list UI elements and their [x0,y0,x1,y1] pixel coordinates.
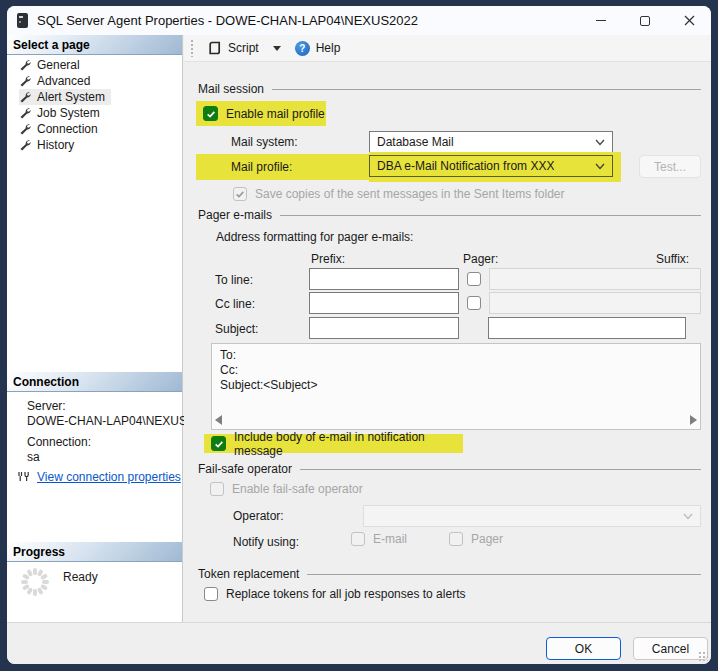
view-connection-properties[interactable]: View connection properties [16,469,187,485]
wrench-icon [19,123,31,135]
close-icon [684,15,695,26]
checkmark-icon [206,109,216,119]
script-icon [208,41,222,55]
to-pager-checkbox[interactable] [467,272,481,286]
preview-to-line: To: [220,348,692,363]
checkmark-icon [214,439,224,449]
mail-system-label: Mail system: [231,135,298,149]
mail-session-header: Mail session [198,82,264,96]
enable-failsafe-row: Enable fail-safe operator [210,481,363,497]
sidebar-item-job-system[interactable]: Job System [19,105,106,121]
mail-profile-combo[interactable]: DBA e-Mail Notification from XXX [369,155,613,177]
pager-preview-box: To: Cc: Subject:<Subject> [211,343,701,430]
mail-system-combo[interactable]: Database Mail [369,131,613,153]
connection-label: Connection: [27,435,91,449]
wrench-icon [19,107,31,119]
pager-emails-header: Pager e-mails [198,208,272,222]
operator-label: Operator: [233,509,284,523]
close-button[interactable] [667,6,711,35]
mail-profile-label: Mail profile: [231,160,292,174]
notify-pager-label: Pager [471,532,503,546]
sidebar-item-label: Advanced [37,74,90,88]
maximize-button[interactable] [623,6,667,35]
sidebar-item-alert-system[interactable]: Alert System [19,89,111,105]
wrench-icon [19,59,31,71]
script-label: Script [228,41,259,55]
help-icon: ? [295,41,310,56]
resize-grip-icon[interactable] [698,651,708,661]
script-dropdown-caret-icon[interactable] [273,46,281,51]
view-connection-properties-link[interactable]: View connection properties [37,470,181,484]
notify-email-label: E-mail [373,532,407,546]
select-a-page-header: Select a page [7,35,182,55]
connection-header: Connection [7,372,182,392]
minimize-icon [596,20,606,21]
subject-right-input[interactable] [488,317,686,339]
suffix-column-header: Suffix: [656,252,689,266]
scroll-right-icon[interactable] [690,415,697,425]
include-body-label: Include body of e-mail in notification m… [234,430,463,458]
failsafe-group: Fail-safe operator [198,462,701,476]
script-button[interactable]: Script [204,39,263,57]
mail-profile-value: DBA e-Mail Notification from XXX [377,159,554,173]
sidebar-item-label: Job System [37,106,100,120]
main-panel: Mail session Enable mail profile Mail sy… [184,62,707,622]
sidebar-item-connection[interactable]: Connection [19,121,104,137]
progress-header: Progress [7,542,182,562]
address-formatting-label: Address formatting for pager e-mails: [216,230,413,244]
mail-profile-label-row: Mail profile: [196,154,369,180]
toolbar-grip[interactable] [190,39,194,57]
wrench-icon [19,139,31,151]
ok-button[interactable]: OK [546,637,621,660]
progress-status: Ready [63,570,98,584]
minimize-button[interactable] [579,6,623,35]
preview-hscrollbar[interactable] [215,413,697,427]
enable-mail-profile-label: Enable mail profile [226,107,325,121]
to-suffix-input [489,268,701,290]
operator-combo [363,505,701,527]
include-body-row: Include body of e-mail in notification m… [204,434,463,453]
connection-properties-icon [16,470,30,484]
chevron-down-icon [683,513,693,520]
save-copies-row: Save copies of the sent messages in the … [233,186,565,202]
server-value: DOWE-CHAN-LAP04\NEXUS202 [27,414,207,428]
sidebar-item-general[interactable]: General [19,57,86,73]
connection-value: sa [27,450,40,464]
sidebar-item-history[interactable]: History [19,137,80,153]
replace-tokens-checkbox[interactable] [204,587,218,601]
scroll-left-icon[interactable] [215,415,222,425]
cc-suffix-input [489,292,701,314]
sidebar-item-label: General [37,58,80,72]
dialog-window: SQL Server Agent Properties - DOWE-CHAN-… [7,6,711,664]
pager-emails-group: Pager e-mails [198,208,701,222]
cc-pager-checkbox[interactable] [467,296,481,310]
subject-left-input[interactable] [309,317,459,339]
cancel-button[interactable]: Cancel [633,637,708,660]
sidebar-item-advanced[interactable]: Advanced [19,73,96,89]
window-title: SQL Server Agent Properties - DOWE-CHAN-… [37,13,418,28]
mail-system-value: Database Mail [377,135,454,149]
footer: OK Cancel [7,622,711,664]
notify-email-row: E-mail [351,531,407,547]
notify-email-checkbox [351,532,365,546]
enable-failsafe-label: Enable fail-safe operator [232,482,363,496]
cc-prefix-input[interactable] [309,292,459,314]
wrench-icon [19,91,31,103]
spinner-icon [19,566,51,598]
chevron-down-icon [595,139,605,146]
to-prefix-input[interactable] [309,268,459,290]
replace-tokens-label: Replace tokens for all job responses to … [226,587,465,601]
preview-subject-line: Subject:<Subject> [220,378,692,393]
include-body-checkbox[interactable] [211,436,226,451]
replace-tokens-row: Replace tokens for all job responses to … [204,586,465,602]
subject-label: Subject: [215,322,258,336]
enable-mail-profile-row: Enable mail profile [196,101,326,126]
pager-column-header: Pager: [463,252,498,266]
help-label: Help [316,41,341,55]
toolbar: Script ? Help [184,35,711,62]
notify-pager-checkbox [449,532,463,546]
failsafe-header: Fail-safe operator [198,462,292,476]
enable-mail-profile-checkbox[interactable] [203,106,218,121]
save-copies-checkbox [233,187,247,201]
help-button[interactable]: ? Help [291,39,345,58]
